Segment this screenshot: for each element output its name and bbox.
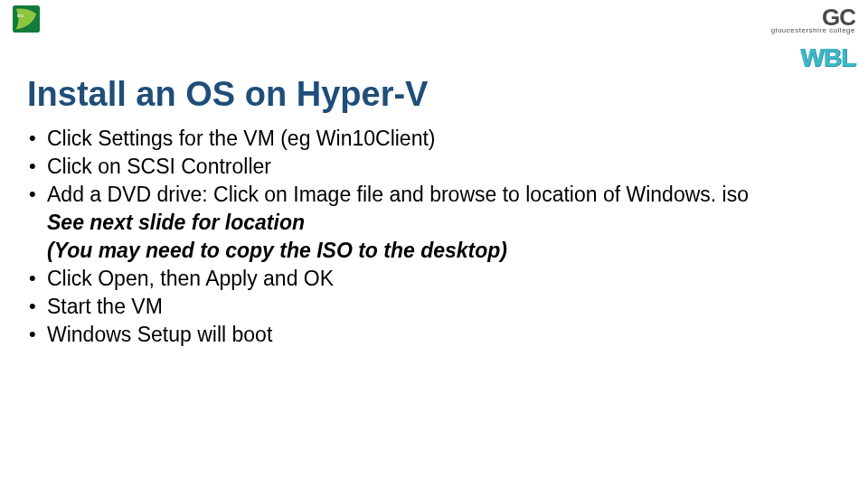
wbl-logo: WBL [800, 43, 855, 72]
bullet-subtext: See next slide for location [47, 209, 841, 237]
slide-body: Click Settings for the VM (eg Win10Clien… [27, 125, 841, 349]
bullet-text: Windows Setup will boot [47, 323, 272, 346]
bullet-text: Start the VM [47, 295, 163, 318]
bcs-logo: bcs [13, 5, 40, 33]
bullet-item: Start the VM [27, 293, 841, 321]
bullet-item: Click Open, then Apply and OK [27, 265, 841, 293]
bullet-text: Add a DVD drive: Click on Image file and… [47, 183, 749, 206]
bullet-text: Click Open, then Apply and OK [47, 267, 334, 290]
gc-logo-sub: gloucestershire college [771, 27, 855, 34]
svg-text:bcs: bcs [17, 14, 24, 18]
bullet-item: Windows Setup will boot [27, 321, 841, 349]
bullet-item: Click Settings for the VM (eg Win10Clien… [27, 125, 841, 153]
gc-logo: GC gloucestershire college [771, 5, 855, 34]
bullet-item: Add a DVD drive: Click on Image file and… [27, 181, 841, 265]
slide-title: Install an OS on Hyper-V [27, 75, 428, 114]
bullet-text: Click on SCSI Controller [47, 155, 271, 178]
bullet-subtext: (You may need to copy the ISO to the des… [47, 237, 841, 265]
bullet-item: Click on SCSI Controller [27, 153, 841, 181]
bullet-text: Click Settings for the VM (eg Win10Clien… [47, 127, 436, 150]
